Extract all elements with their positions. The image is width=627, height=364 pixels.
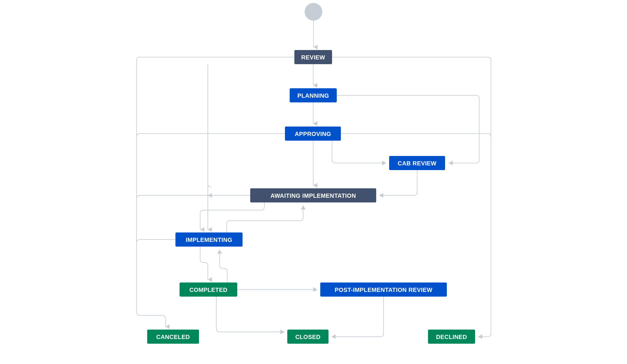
- node-approving[interactable]: APPROVING: [285, 127, 341, 141]
- edge-completed-to-closed: [216, 297, 284, 332]
- edge-awaiting-to-canceled: [137, 195, 250, 199]
- node-label-planning: PLANNING: [297, 92, 329, 99]
- edge-approving-to-canceled: [137, 134, 285, 137]
- start-node: [305, 3, 322, 21]
- edge-completed-to-implement: [220, 250, 227, 282]
- node-label-closed: CLOSED: [295, 334, 321, 340]
- node-review[interactable]: REVIEW: [294, 50, 332, 64]
- edge-implement-to-canceled: [137, 240, 175, 243]
- node-label-cabreview: CAB REVIEW: [398, 160, 437, 167]
- edge-approving-to-declined: [341, 134, 491, 137]
- node-label-implement: IMPLEMENTING: [186, 237, 232, 243]
- node-declined[interactable]: DECLINED: [428, 330, 475, 344]
- node-implement[interactable]: IMPLEMENTING: [175, 232, 243, 247]
- node-label-review: REVIEW: [301, 54, 325, 61]
- edge-planning-to-cabreview: [337, 95, 479, 163]
- node-cabreview[interactable]: CAB REVIEW: [389, 156, 445, 170]
- node-awaiting[interactable]: AWAITING IMPLEMENTATION: [250, 188, 376, 202]
- edge-implement-to-awaiting: [227, 205, 303, 232]
- edge-implement-to-completed: [200, 247, 208, 280]
- edge-awaiting-to-implement: [200, 202, 264, 230]
- edge-approving-to-cabreview: [332, 141, 386, 163]
- node-label-canceled: CANCELED: [156, 334, 190, 340]
- edge-cabreview-to-awaiting: [379, 170, 417, 195]
- node-planning[interactable]: PLANNING: [290, 88, 337, 102]
- edge-postreview-to-closed: [331, 297, 384, 337]
- node-canceled[interactable]: CANCELED: [147, 330, 199, 344]
- node-label-completed: COMPLETED: [189, 287, 227, 293]
- node-closed[interactable]: CLOSED: [287, 330, 329, 344]
- workflow-diagram: REVIEWPLANNINGAPPROVINGCAB REVIEWAWAITIN…: [0, 0, 627, 364]
- node-postreview[interactable]: POST-IMPLEMENTATION REVIEW: [320, 282, 447, 297]
- edge-implement-to-awaiting: [208, 141, 211, 187]
- node-completed[interactable]: COMPLETED: [180, 282, 237, 297]
- node-label-awaiting: AWAITING IMPLEMENTATION: [271, 192, 356, 199]
- node-label-postreview: POST-IMPLEMENTATION REVIEW: [335, 287, 432, 293]
- node-label-declined: DECLINED: [436, 334, 467, 340]
- node-label-approving: APPROVING: [295, 131, 331, 137]
